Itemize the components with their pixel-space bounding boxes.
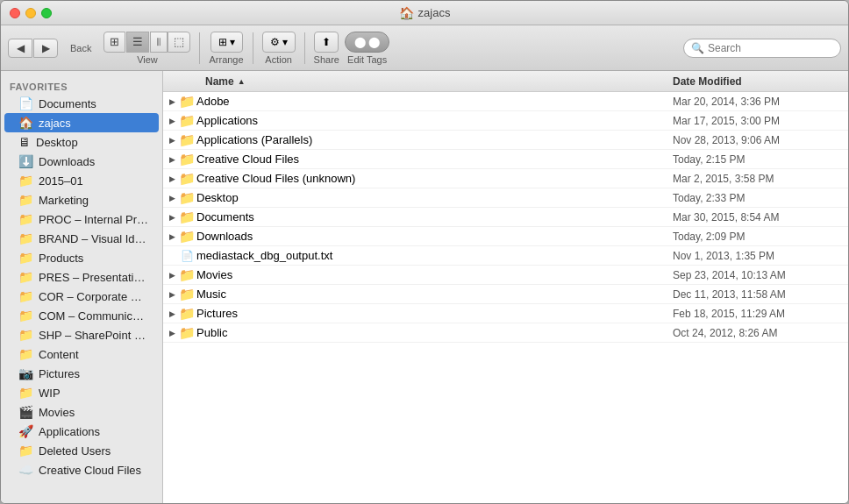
arrange-icon: ⊞ — [218, 36, 227, 48]
share-label: Share — [314, 54, 339, 65]
arrange-group[interactable]: ⊞ ▾ Arrange — [209, 32, 243, 65]
disclosure-triangle[interactable]: ▶ — [163, 232, 177, 241]
file-icon: 📁 — [177, 229, 196, 245]
sidebar-item-2015-01[interactable]: 📁 2015–01 — [4, 171, 159, 190]
file-name: Applications — [196, 114, 673, 127]
table-row[interactable]: ▶ 📁 Applications Mar 17, 2015, 3:00 PM — [163, 111, 848, 131]
folder-icon: 📁 — [18, 270, 33, 284]
view-list-btn[interactable]: ☰ — [126, 32, 149, 53]
disclosure-triangle[interactable]: ▶ — [163, 213, 177, 222]
sidebar-item-documents[interactable]: 📄 Documents — [4, 94, 159, 113]
folder-icon: ☁️ — [18, 463, 33, 477]
sidebar-item-label: Marketing — [39, 194, 89, 207]
disclosure-triangle[interactable]: ▶ — [163, 155, 177, 164]
sidebar-item-label: Creative Cloud Files — [39, 464, 141, 477]
disclosure-triangle[interactable]: ▶ — [163, 309, 177, 318]
forward-button[interactable]: ▶ — [33, 39, 58, 58]
minimize-button[interactable] — [25, 8, 36, 18]
col-name-header[interactable]: Name ▲ — [163, 75, 673, 88]
share-group[interactable]: ⬆ Share — [314, 32, 339, 65]
sidebar-item-label: Downloads — [39, 155, 95, 168]
sidebar-item-pres[interactable]: 📁 PRES – Presentations — [4, 267, 159, 287]
table-row[interactable]: ▶ 📁 Adobe Mar 20, 2014, 3:36 PM — [163, 92, 848, 111]
arrange-inner: ⊞ ▾ — [210, 32, 243, 53]
folder-icon: 🖥 — [18, 135, 31, 149]
file-name: Adobe — [196, 95, 673, 108]
sidebar-item-wip[interactable]: 📁 WIP — [4, 383, 159, 402]
file-name: Pictures — [196, 307, 673, 320]
file-name: Creative Cloud Files (unknown) — [196, 172, 673, 185]
file-date: Mar 20, 2014, 3:36 PM — [673, 96, 848, 108]
sidebar-item-ccfiles[interactable]: ☁️ Creative Cloud Files — [4, 460, 159, 479]
file-list[interactable]: Name ▲ Date Modified ▶ 📁 Adobe Mar 20, 2… — [163, 71, 848, 503]
file-name: Music — [196, 287, 673, 301]
folder-icon: 📁 — [18, 231, 33, 245]
sidebar-item-desktop[interactable]: 🖥 Desktop — [4, 132, 159, 152]
sidebar-item-content[interactable]: 📁 Content — [4, 344, 159, 364]
table-row[interactable]: ▶ 📁 Creative Cloud Files Today, 2:15 PM — [163, 150, 848, 169]
folder-icon: 📄 — [18, 96, 33, 110]
search-input[interactable] — [708, 42, 833, 54]
sidebar-item-deleted[interactable]: 📁 Deleted Users — [4, 441, 159, 460]
titlebar: 🏠 zajacs — [1, 1, 848, 25]
table-row[interactable]: ▶ 📁 Public Oct 24, 2012, 8:26 AM — [163, 323, 848, 343]
table-row[interactable]: 📄 mediastack_dbg_output.txt Nov 1, 2013,… — [163, 246, 848, 266]
disclosure-triangle[interactable]: ▶ — [163, 136, 177, 145]
disclosure-triangle[interactable]: ▶ — [163, 329, 177, 337]
file-name: Applications (Parallels) — [196, 133, 673, 146]
main-area: FAVORITES 📄 Documents 🏠 zajacs 🖥 Desktop… — [1, 71, 848, 503]
table-row[interactable]: ▶ 📁 Desktop Today, 2:33 PM — [163, 188, 848, 208]
table-row[interactable]: ▶ 📁 Music Dec 11, 2013, 11:58 AM — [163, 285, 848, 304]
sidebar-item-pictures[interactable]: 📷 Pictures — [4, 364, 159, 383]
disclosure-triangle[interactable]: ▶ — [163, 97, 177, 106]
table-row[interactable]: ▶ 📁 Pictures Feb 18, 2015, 11:29 AM — [163, 304, 848, 323]
sidebar-item-zajacs[interactable]: 🏠 zajacs — [4, 113, 159, 132]
sidebar-item-label: 2015–01 — [39, 174, 83, 188]
sidebar-item-label: Products — [39, 252, 83, 265]
disclosure-triangle[interactable]: ▶ — [163, 174, 177, 183]
edit-tags-group[interactable]: ⬤ ⬤ Edit Tags — [345, 32, 389, 65]
disclosure-triangle[interactable]: ▶ — [163, 290, 177, 299]
col-date-header[interactable]: Date Modified — [673, 75, 848, 88]
sidebar-item-label: PRES – Presentations — [39, 271, 150, 284]
table-row[interactable]: ▶ 📁 Movies Sep 23, 2014, 10:13 AM — [163, 266, 848, 285]
table-row[interactable]: ▶ 📁 Downloads Today, 2:09 PM — [163, 227, 848, 246]
sidebar-item-applications[interactable]: 🚀 Applications — [4, 422, 159, 441]
table-row[interactable]: ▶ 📁 Applications (Parallels) Nov 28, 201… — [163, 131, 848, 150]
table-row[interactable]: ▶ 📁 Creative Cloud Files (unknown) Mar 2… — [163, 169, 848, 188]
sidebar-item-proc[interactable]: 📁 PROC – Internal Processes and Systems — [4, 209, 159, 229]
toolbar-sep-1 — [199, 32, 200, 64]
sidebar-item-com[interactable]: 📁 COM – Communications — [4, 306, 159, 325]
sidebar-item-movies[interactable]: 🎬 Movies — [4, 402, 159, 422]
disclosure-triangle[interactable]: ▶ — [163, 271, 177, 280]
disclosure-triangle[interactable]: ▶ — [163, 194, 177, 202]
sidebar-item-shp[interactable]: 📁 SHP – SharePoint 2010 — [4, 325, 159, 344]
sidebar-item-label: BRAND – Visual Identity — [39, 232, 150, 245]
sidebar-item-downloads[interactable]: ⬇️ Downloads — [4, 152, 159, 171]
sidebar-item-brand[interactable]: 📁 BRAND – Visual Identity — [4, 229, 159, 248]
toolbar: ◀ ▶ Back ⊞ ☰ ⫴ ⬚ View ⊞ ▾ Arrange — [1, 25, 848, 71]
sidebar-item-products[interactable]: 📁 Products — [4, 248, 159, 267]
sidebar-item-marketing[interactable]: 📁 Marketing — [4, 190, 159, 209]
search-box[interactable]: 🔍 — [683, 39, 841, 58]
disclosure-triangle[interactable]: ▶ — [163, 117, 177, 125]
file-icon: 📁 — [177, 287, 196, 302]
view-column-btn[interactable]: ⫴ — [150, 32, 168, 53]
action-chevron: ▾ — [282, 36, 288, 48]
file-name: mediastack_dbg_output.txt — [196, 249, 673, 262]
folder-icon: 📁 — [18, 212, 33, 226]
view-buttons: ⊞ ☰ ⫴ ⬚ — [103, 32, 190, 53]
arrange-label: Arrange — [209, 54, 243, 65]
file-date: Feb 18, 2015, 11:29 AM — [673, 308, 848, 320]
table-row[interactable]: ▶ 📁 Documents Mar 30, 2015, 8:54 AM — [163, 208, 848, 227]
maximize-button[interactable] — [41, 8, 52, 18]
toolbar-sep-2 — [253, 32, 253, 64]
view-icon-btn[interactable]: ⊞ — [103, 32, 125, 53]
sidebar-item-cor[interactable]: 📁 COR – Corporate Materials — [4, 287, 159, 306]
close-button[interactable] — [10, 8, 20, 18]
back-button[interactable]: ◀ — [8, 39, 32, 58]
action-group[interactable]: ⚙ ▾ Action — [262, 32, 296, 65]
sidebar-item-label: Movies — [39, 406, 75, 419]
view-group: ⊞ ☰ ⫴ ⬚ View — [103, 32, 190, 65]
view-cover-btn[interactable]: ⬚ — [168, 32, 190, 53]
